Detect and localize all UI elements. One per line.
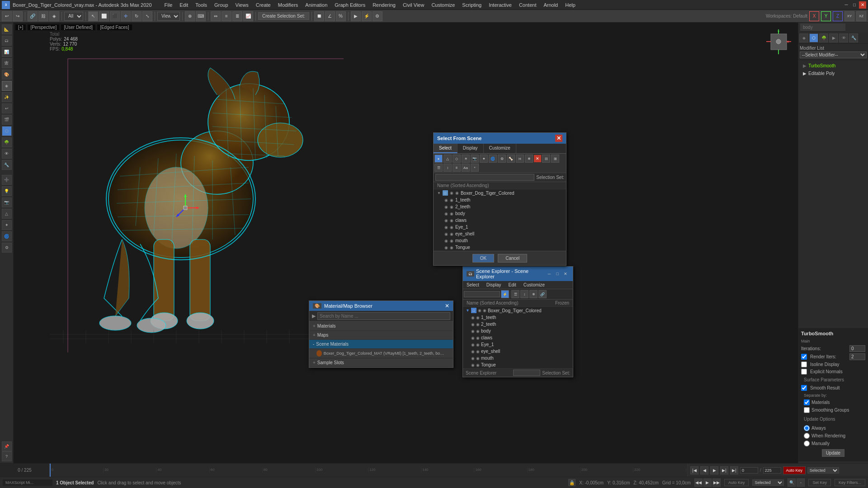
materials-check[interactable] bbox=[804, 399, 810, 405]
prev-frame-button[interactable]: ◀ bbox=[700, 466, 708, 474]
align-button[interactable]: ≡ bbox=[222, 11, 231, 21]
se-column-button[interactable]: ☰ bbox=[511, 290, 519, 298]
keyboard-shortcut-button[interactable]: ⌨ bbox=[196, 11, 206, 21]
se-item-mouth[interactable]: ◉ ◉ mouth bbox=[463, 355, 573, 361]
eye-icon-7[interactable]: ◉ bbox=[444, 232, 448, 236]
create-panel-side[interactable]: ➕ bbox=[2, 175, 12, 185]
material-browser-title-bar[interactable]: 🎨 Material/Map Browser ✕ bbox=[309, 301, 453, 311]
eye-icon-9[interactable]: ◉ bbox=[444, 245, 448, 250]
systems-button[interactable]: ⚙ bbox=[498, 155, 506, 163]
se-selection-input[interactable] bbox=[513, 370, 540, 376]
se-item-eye-shell[interactable]: ◉ ◉ eye_shell bbox=[463, 348, 573, 355]
eye-icon-6[interactable]: ◉ bbox=[444, 225, 448, 230]
camera-side[interactable]: 📷 bbox=[2, 197, 12, 207]
material-browser-close[interactable]: ✕ bbox=[445, 303, 449, 309]
color-clip-side[interactable]: 🎨 bbox=[2, 70, 12, 80]
xyz-y-button[interactable]: Y bbox=[821, 11, 831, 21]
undo-history-side[interactable]: ↩ bbox=[2, 103, 12, 113]
all-button[interactable]: ● bbox=[434, 155, 443, 163]
menu-modifiers[interactable]: Modifiers bbox=[274, 1, 302, 9]
se-cam-icon[interactable]: ◉ bbox=[483, 308, 486, 313]
se-eye-icon-3[interactable]: ◉ bbox=[471, 322, 475, 327]
menu-animation[interactable]: Animation bbox=[302, 1, 331, 9]
next-frame-button[interactable]: ▶| bbox=[720, 466, 728, 474]
render-frame-button[interactable]: ▶ bbox=[351, 11, 361, 21]
mat-cat-maps[interactable]: + Maps bbox=[309, 331, 453, 340]
dialog-tab-display[interactable]: Display bbox=[458, 144, 484, 153]
set-key-button[interactable]: Set Key bbox=[808, 479, 831, 486]
se-restore-button[interactable]: □ bbox=[554, 270, 561, 277]
viewport-plus-label[interactable]: [+] bbox=[15, 24, 26, 30]
render-iters-input[interactable] bbox=[849, 353, 865, 360]
explicit-check[interactable] bbox=[801, 369, 807, 375]
bind-button[interactable]: ◈ bbox=[49, 11, 59, 21]
se-eye-icon-7[interactable]: ◉ bbox=[471, 349, 475, 354]
mat-cat-sample-slots[interactable]: + Sample Slots bbox=[309, 358, 453, 367]
scale-button[interactable]: ⤡ bbox=[142, 11, 152, 21]
create-selection-button[interactable]: Create Selection Set: bbox=[258, 12, 309, 20]
mat-cat-materials[interactable]: + Materials bbox=[309, 322, 453, 331]
xyz-z-button[interactable]: Z bbox=[833, 11, 843, 21]
cancel-button[interactable]: Cancel bbox=[498, 254, 527, 263]
hide-type-button[interactable]: H bbox=[516, 155, 524, 163]
menu-views[interactable]: Views bbox=[232, 1, 252, 9]
se-item-boxer-dog[interactable]: ▼ □ ◉ ◉ Boxer_Dog_Tiger_Colored bbox=[463, 307, 573, 314]
menu-customize[interactable]: Customize bbox=[428, 1, 458, 9]
modifier-list-dropdown[interactable]: --Select Modifier-- bbox=[800, 52, 867, 58]
filter-input[interactable] bbox=[435, 174, 534, 181]
cam-icon-3[interactable]: ◉ bbox=[450, 205, 453, 209]
scene-item-tongue[interactable]: ◉ ◉ Tongue bbox=[434, 244, 566, 251]
menu-graph-editors[interactable]: Graph Editors bbox=[331, 1, 369, 9]
ok-button[interactable]: OK bbox=[472, 254, 494, 263]
se-menu-display[interactable]: Display bbox=[483, 281, 505, 289]
eye-icon-5[interactable]: ◉ bbox=[444, 218, 448, 223]
dialog-close-button[interactable]: ✕ bbox=[555, 135, 562, 142]
rp-utils-icon[interactable]: 🔧 bbox=[849, 33, 858, 42]
menu-tools[interactable]: Tools bbox=[192, 1, 211, 9]
key-filters-button[interactable]: Key Filters... bbox=[835, 479, 865, 486]
pivot-button[interactable]: ⊕ bbox=[185, 11, 195, 21]
utilities-panel-side[interactable]: 🔧 bbox=[2, 160, 12, 170]
shapes-side[interactable]: △ bbox=[2, 209, 12, 219]
dialog-title-bar[interactable]: Select From Scene ✕ bbox=[434, 133, 566, 144]
mat-cat-scene-materials[interactable]: - Scene Materials bbox=[309, 340, 453, 349]
se-item-1-teeth[interactable]: ◉ ◉ 1_teeth bbox=[463, 314, 573, 321]
se-filter-button[interactable]: ⚡ bbox=[501, 290, 509, 298]
se-item-eye1[interactable]: ◉ ◉ Eye_1 bbox=[463, 341, 573, 348]
render-effects-side[interactable]: ✨ bbox=[2, 92, 12, 102]
filter-dropdown[interactable]: All bbox=[64, 12, 83, 21]
play-button[interactable]: ▶ bbox=[710, 466, 718, 474]
link-button[interactable]: 🔗 bbox=[28, 11, 38, 21]
modifier-item-turbossmooth[interactable]: ▶ TurboSmooth bbox=[800, 62, 866, 70]
cam-icon-5[interactable]: ◉ bbox=[450, 218, 453, 223]
rp-motion-icon[interactable]: ▶ bbox=[829, 33, 838, 42]
restore-button[interactable]: □ bbox=[851, 1, 858, 9]
se-menu-select[interactable]: Select bbox=[463, 281, 483, 289]
view-dropdown[interactable]: View bbox=[157, 12, 180, 21]
track-view-side[interactable]: 📊 bbox=[2, 47, 12, 57]
camera-icon[interactable]: ◉ bbox=[455, 191, 459, 195]
eye-icon-8[interactable]: ◉ bbox=[444, 239, 448, 243]
spacewarps-button[interactable]: 🌀 bbox=[489, 155, 497, 163]
timeline-bar[interactable]: 0 20 40 60 80 100 120 140 160 180 200 22… bbox=[50, 464, 687, 477]
render-setup-button[interactable]: ⚙ bbox=[373, 11, 382, 21]
menu-rendering[interactable]: Rendering bbox=[369, 1, 399, 9]
scene-item-boxer-dog[interactable]: ▼ □ ◉ ◉ Boxer_Dog_Tiger_Colored bbox=[434, 189, 566, 197]
dialog-tab-select[interactable]: Select bbox=[434, 144, 458, 153]
cam-icon-2[interactable]: ◉ bbox=[450, 198, 453, 202]
se-cam-icon-6[interactable]: ◉ bbox=[476, 343, 480, 347]
se-eye-icon-8[interactable]: ◉ bbox=[471, 356, 475, 361]
quick-render-button[interactable]: ⚡ bbox=[362, 11, 372, 21]
window-crossing-button[interactable]: ⬛ bbox=[110, 11, 120, 21]
eye-icon-2[interactable]: ◉ bbox=[444, 198, 448, 202]
filter-dialog-button[interactable]: ≡ bbox=[453, 164, 461, 172]
zoom-out-button[interactable]: - bbox=[797, 479, 805, 487]
scene-item-body[interactable]: ◉ ◉ body bbox=[434, 210, 566, 217]
pb-play[interactable]: ▶ bbox=[703, 479, 712, 487]
se-eye-icon[interactable]: ◉ bbox=[478, 308, 481, 313]
select-region-button[interactable]: ⬜ bbox=[99, 11, 109, 21]
se-eye-icon-6[interactable]: ◉ bbox=[471, 343, 475, 347]
mat-item-boxer[interactable]: Boxer_Dog_Tiger_Colored_MAT (VRayMtl) [1… bbox=[309, 349, 453, 358]
display-panel-side[interactable]: 👁 bbox=[2, 149, 12, 159]
undo-button[interactable]: ↩ bbox=[2, 11, 12, 21]
